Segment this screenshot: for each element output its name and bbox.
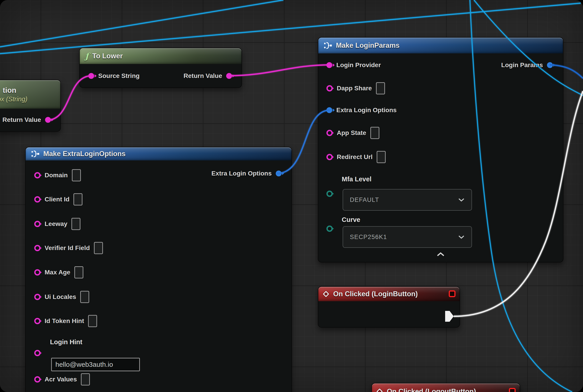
make-struct-icon [324, 42, 332, 49]
input-pin-acr-values[interactable] [34, 376, 40, 382]
pin-label-leeway: Leeway [44, 220, 67, 228]
pin-label-id-token-hint: Id Token Hint [44, 318, 84, 325]
node-make-login-params-header[interactable]: Make LoginParams [318, 38, 563, 54]
pin-label-return-value: Return Value [2, 116, 41, 124]
pin-label-domain: Domain [44, 172, 68, 179]
node-title: On Clicked (LoginButton) [333, 290, 418, 298]
input-pin-login-provider[interactable] [326, 62, 332, 68]
pin-label-login-provider: Login Provider [336, 62, 381, 69]
chevron-up-icon [436, 252, 446, 257]
exec-output-pin[interactable] [445, 311, 454, 322]
pin-label-return-value: Return Value [184, 72, 222, 80]
node-title: On Clicked (LogoutButton) [387, 388, 476, 392]
blueprint-editor: tion ox (String) Return Value ƒ To Lower… [0, 0, 583, 392]
pin-label-login-hint: Login Hint [50, 338, 82, 346]
input-pin-verifier-id-field[interactable] [34, 245, 40, 251]
value-box-domain[interactable] [72, 169, 81, 181]
login-hint-value: hello@web3auth.io [56, 361, 113, 368]
output-pin-login-params[interactable] [547, 62, 553, 68]
value-box-max-age[interactable] [74, 266, 83, 278]
node-on-clicked-login-header[interactable]: On Clicked (LoginButton) [318, 287, 460, 301]
curve-dropdown[interactable]: SECP256K1 [343, 226, 472, 248]
pin-label-redirect-url: Redirect Url [337, 154, 372, 161]
input-pin-curve[interactable] [326, 226, 333, 232]
mfa-level-dropdown[interactable]: DEFAULT [343, 189, 472, 211]
input-pin-id-token-hint[interactable] [34, 318, 40, 324]
value-box-verifier-id-field[interactable] [94, 242, 103, 254]
input-pin-extra-login-options[interactable] [326, 107, 332, 113]
input-pin-domain[interactable] [34, 172, 40, 178]
input-pin-login-hint[interactable] [34, 350, 40, 356]
node-title: To Lower [92, 52, 123, 60]
node-to-lower-header[interactable]: ƒ To Lower [80, 48, 242, 64]
input-pin-mfa-level[interactable] [326, 190, 333, 197]
pin-label-extra-login-options: Extra Login Options [336, 106, 397, 114]
output-pin-return-value[interactable] [226, 73, 232, 79]
collapse-node-button[interactable] [436, 252, 446, 258]
node-on-clicked-logout-header[interactable]: On Clicked (LogoutButton) [372, 384, 520, 392]
input-pin-source-string[interactable] [88, 73, 94, 79]
pin-label-app-state: App State [337, 129, 366, 136]
node-on-clicked-logout-button[interactable]: On Clicked (LogoutButton) [372, 383, 520, 392]
chevron-down-icon [458, 198, 465, 202]
node-make-extra-login-options-header[interactable]: Make ExtraLoginOptions [26, 147, 292, 160]
pin-label-login-params: Login Params [501, 62, 543, 69]
event-diamond-icon [376, 388, 383, 392]
pin-label-client-id: Client Id [44, 196, 70, 203]
input-pin-ui-locales[interactable] [34, 294, 40, 300]
login-hint-input[interactable]: hello@web3auth.io [51, 358, 140, 371]
input-pin-redirect-url[interactable] [326, 154, 333, 160]
mfa-level-value: DEFAULT [350, 196, 379, 204]
input-pin-client-id[interactable] [34, 196, 40, 202]
node-make-login-params[interactable]: Make LoginParams Login Provider Login Pa… [318, 37, 564, 262]
curve-value: SECP256K1 [350, 234, 387, 240]
node-title: Make LoginParams [336, 42, 400, 50]
value-box-app-state[interactable] [370, 127, 379, 139]
value-box-dapp-share[interactable] [376, 82, 385, 94]
pin-label-max-age: Max Age [44, 269, 70, 276]
event-diamond-icon [323, 291, 329, 297]
bound-delegate-icon [509, 388, 516, 392]
node-title: tion [3, 86, 16, 94]
pin-label-dapp-share: Dapp Share [337, 85, 372, 92]
chevron-down-icon [458, 235, 465, 239]
node-on-clicked-login-button[interactable]: On Clicked (LoginButton) [318, 286, 460, 328]
pin-label-acr-values: Acr Values [44, 376, 77, 383]
pin-label-curve: Curve [342, 216, 360, 224]
value-box-ui-locales[interactable] [80, 291, 89, 303]
pin-label-extra-login-options-out: Extra Login Options [211, 170, 272, 177]
input-pin-app-state[interactable] [326, 130, 333, 136]
value-box-client-id[interactable] [74, 193, 82, 206]
node-textbox-partial-header[interactable]: tion ox (String) [0, 80, 60, 108]
make-struct-icon [31, 150, 40, 158]
pin-label-verifier-id-field: Verifier Id Field [44, 244, 90, 252]
input-pin-dapp-share[interactable] [326, 85, 333, 92]
node-to-lower[interactable]: ƒ To Lower Source String Return Value [79, 48, 242, 88]
pin-label-source-string: Source String [98, 72, 140, 80]
bound-delegate-icon [449, 290, 456, 297]
value-box-redirect-url[interactable] [377, 151, 386, 163]
input-pin-leeway[interactable] [34, 221, 40, 227]
node-title: Make ExtraLoginOptions [43, 150, 126, 158]
pin-label-ui-locales: Ui Locales [44, 293, 76, 300]
output-pin-return-value[interactable] [45, 117, 51, 123]
pin-label-mfa-level: Mfa Level [342, 176, 372, 183]
output-pin-extra-login-options[interactable] [276, 170, 282, 176]
function-icon: ƒ [85, 51, 89, 61]
input-pin-max-age[interactable] [34, 269, 40, 276]
value-box-acr-values[interactable] [81, 373, 90, 386]
node-textbox-partial[interactable]: tion ox (String) Return Value [0, 80, 61, 132]
node-make-extra-login-options[interactable]: Make ExtraLoginOptions Extra Login Optio… [25, 147, 292, 392]
value-box-id-token-hint[interactable] [88, 315, 97, 327]
blueprint-canvas[interactable]: tion ox (String) Return Value ƒ To Lower… [0, 0, 583, 392]
node-subtitle: ox (String) [0, 96, 28, 103]
value-box-leeway[interactable] [72, 218, 80, 230]
